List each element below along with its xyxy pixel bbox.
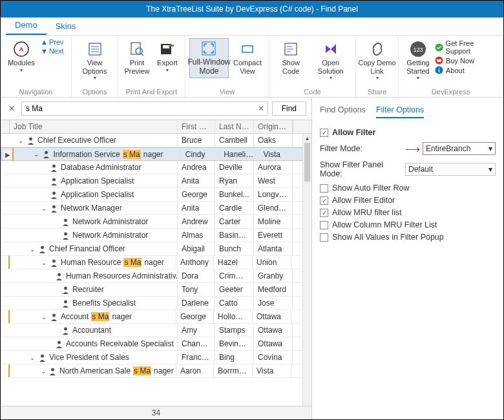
- prev-button[interactable]: ▲Prev: [41, 38, 64, 46]
- expand-icon[interactable]: ⌄: [29, 246, 36, 252]
- person-icon: [61, 299, 70, 308]
- table-row[interactable]: Accounts Receivable SpecialistChandlerBe…: [1, 337, 311, 351]
- scroll-thumb[interactable]: [304, 143, 310, 182]
- vs-icon: [322, 41, 339, 58]
- table-row[interactable]: Benefits SpecialistDarleneCattoJose: [1, 297, 311, 310]
- about-link[interactable]: iAbout: [435, 66, 499, 74]
- person-icon: [50, 177, 58, 185]
- allow-mru-filter-list-checkbox[interactable]: ✓Allow MRU filter list: [320, 208, 496, 217]
- filter-panel-mode-select[interactable]: Default▾: [405, 163, 496, 176]
- svg-point-26: [52, 191, 56, 194]
- table-row[interactable]: Network AdministratorAndrewCarterMoline: [1, 215, 311, 229]
- find-input[interactable]: [22, 102, 255, 115]
- tab-filter-options[interactable]: Filter Options: [376, 105, 424, 118]
- table-row[interactable]: ⌄Chief Executive OfficerBruceCambellOaks: [1, 134, 311, 147]
- print-preview-button[interactable]: Print Preview: [122, 38, 152, 77]
- col-first-name[interactable]: First Name: [178, 120, 215, 133]
- checkbox-checked-icon: ✓: [320, 209, 328, 217]
- chevron-down-icon: ▾: [417, 75, 419, 81]
- export-button[interactable]: Export ▾: [153, 38, 182, 75]
- table-row[interactable]: ⌄Chief Financial OfficerAbigailBunchAtla…: [1, 242, 311, 256]
- col-origin-city[interactable]: Origin City: [254, 120, 293, 133]
- find-button[interactable]: Find: [272, 101, 306, 116]
- filter-mode-select[interactable]: EntireBranch▾: [423, 142, 496, 155]
- table-row[interactable]: ▶⌄Information Services ManagerCindyHanel…: [1, 147, 311, 161]
- person-icon: [38, 245, 47, 253]
- svg-point-34: [64, 300, 67, 303]
- buy-now-link[interactable]: Buy Now: [435, 56, 499, 65]
- compact-view-button[interactable]: Compact View: [230, 38, 265, 77]
- full-window-mode-button[interactable]: Full-Window Mode: [189, 38, 229, 78]
- expand-icon[interactable]: ⌄: [17, 137, 24, 143]
- table-row[interactable]: Human Resources Administrativ...DoraCrim…: [1, 269, 311, 283]
- menu-demo[interactable]: Demo: [6, 16, 47, 35]
- person-icon: [61, 326, 70, 335]
- checkbox-checked-icon: ✓: [320, 196, 328, 205]
- svg-text:i: i: [438, 67, 440, 74]
- chevron-down-icon: ▾: [20, 67, 23, 73]
- clear-input-icon[interactable]: ✕: [255, 102, 268, 115]
- modules-label: Modules: [8, 59, 35, 67]
- chevron-down-icon: ▾: [94, 75, 96, 81]
- checkbox-checked-icon: ✓: [320, 129, 328, 137]
- next-button[interactable]: ▼Next: [41, 47, 64, 55]
- checkbox-icon: [320, 184, 328, 193]
- menu-bar: Demo Skins: [1, 17, 503, 36]
- table-row[interactable]: Application SpecialistGeorgeBunkel...Lon…: [1, 188, 311, 202]
- modules-button[interactable]: Modules ▾: [5, 38, 38, 75]
- svg-point-32: [58, 273, 61, 276]
- group-code: Code: [273, 87, 352, 97]
- show-code-button[interactable]: Show Code: [273, 38, 308, 77]
- table-row[interactable]: Database AdministratorAndreaDevilleAuror…: [1, 161, 311, 174]
- person-icon: [61, 286, 70, 294]
- red-arrow-icon: ⟶: [405, 143, 419, 155]
- table-row[interactable]: AccountantAmyStampsOttawa: [1, 324, 311, 337]
- svg-point-24: [52, 164, 56, 167]
- col-job-title[interactable]: Job Title: [10, 120, 178, 133]
- chevron-down-icon: ▾: [330, 75, 332, 81]
- menu-skins[interactable]: Skins: [47, 17, 85, 35]
- save-arrow-icon: [159, 41, 176, 58]
- vertical-scrollbar[interactable]: ▲: [302, 134, 311, 406]
- allow-column-mru-filter-list-checkbox[interactable]: Allow Column MRU Filter List: [320, 220, 496, 229]
- expand-icon[interactable]: ⌄: [41, 368, 46, 374]
- copy-demo-link-button[interactable]: Copy Demo Link ▾: [360, 38, 394, 83]
- scroll-up-icon[interactable]: ▲: [303, 134, 311, 143]
- close-find-icon[interactable]: ✕: [6, 104, 17, 113]
- group-view: View: [189, 87, 265, 97]
- person-icon: [61, 218, 70, 226]
- table-row[interactable]: ⌄North American Sales ManagerAaronBorrma…: [1, 364, 311, 378]
- expand-icon[interactable]: ⌄: [41, 313, 47, 320]
- window-title: The XtraTreeList Suite by DevExpress (C#…: [1, 1, 503, 17]
- allow-filter-checkbox[interactable]: ✓ Allow Filter: [320, 128, 496, 137]
- table-row[interactable]: Network AdministratorAlmasBasingerEveret…: [1, 229, 311, 242]
- table-row[interactable]: Application SpecialistAnitaRyanWest: [1, 174, 311, 188]
- table-row[interactable]: ⌄Vice President of SalesFrancineBingCovi…: [1, 351, 311, 364]
- svg-point-35: [52, 313, 56, 317]
- expand-icon[interactable]: ⌄: [41, 205, 47, 211]
- expand-icon[interactable]: ⌄: [33, 151, 39, 158]
- expand-icon[interactable]: ⌄: [29, 354, 36, 361]
- triangle-down-icon: ▼: [41, 47, 48, 55]
- show-auto-filter-row-checkbox[interactable]: Show Auto Filter Row: [320, 184, 496, 193]
- tab-find-options[interactable]: Find Options: [320, 105, 366, 118]
- table-row[interactable]: ⌄Accounts ManagerGeorgeHollowayOttawa: [1, 310, 311, 324]
- get-free-support-link[interactable]: Get Free Support: [435, 39, 499, 55]
- svg-point-25: [52, 178, 56, 181]
- show-all-values-filter-popup-checkbox[interactable]: Show All Values in Filter Popup: [320, 233, 496, 242]
- svg-point-28: [64, 218, 67, 222]
- table-row[interactable]: ⌄Human Resources ManagerAnthonyHazelUnio…: [1, 256, 311, 269]
- view-options-button[interactable]: View Options ▾: [76, 38, 114, 83]
- expand-icon[interactable]: ⌄: [41, 259, 47, 266]
- getting-started-button[interactable]: 123 Getting Started ▾: [403, 38, 434, 83]
- person-icon: [50, 313, 58, 321]
- person-icon: [50, 163, 58, 172]
- table-row[interactable]: RecruiterTonyGeeterMedford: [1, 283, 311, 297]
- check-circle-icon: [435, 43, 443, 52]
- open-solution-button[interactable]: Open Solution ▾: [310, 38, 352, 83]
- person-icon: [55, 272, 63, 280]
- table-row[interactable]: ⌄Network ManagerAnitaCardleGlendale: [1, 202, 311, 215]
- filter-mode-label: Filter Mode:: [320, 144, 401, 153]
- allow-filter-editor-checkbox[interactable]: ✓Allow Filter Editor: [320, 196, 496, 205]
- col-last-name[interactable]: Last Name: [215, 120, 254, 133]
